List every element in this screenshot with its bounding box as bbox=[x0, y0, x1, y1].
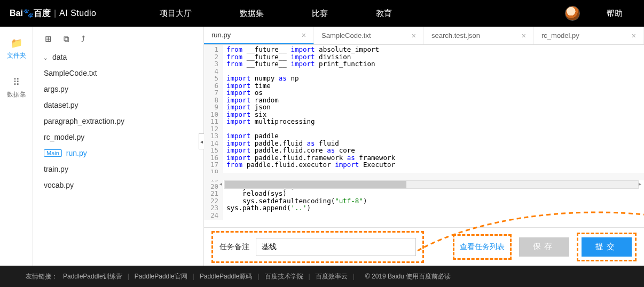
sidebar-toolbar: ⊞ ⧉ ⤴ bbox=[33, 27, 203, 49]
folder-data[interactable]: data bbox=[36, 49, 200, 65]
workspace: 📁 文件夹 ⠿ 数据集 ⊞ ⧉ ⤴ data SampleCode.txt ar… bbox=[0, 27, 644, 266]
nav-education[interactable]: 教育 bbox=[376, 9, 392, 19]
scrollbar-thumb[interactable] bbox=[225, 181, 406, 188]
editor-area: ◂ run.py× SampleCode.txt× search.test.js… bbox=[204, 27, 644, 266]
line-gutter: 123456789101112131415161718192021222324 bbox=[204, 45, 223, 220]
horizontal-scrollbar[interactable] bbox=[224, 180, 639, 189]
top-bar: Bai🐾百度 | AI Studio 项目大厅 数据集 比赛 教育 帮助 bbox=[0, 0, 644, 27]
close-icon[interactable]: × bbox=[302, 31, 306, 39]
new-file-icon[interactable]: ⊞ bbox=[45, 34, 52, 44]
view-tasks-link[interactable]: 查看任务列表 bbox=[460, 242, 505, 251]
gutter-line-24 bbox=[204, 173, 644, 180]
collapse-sidebar-handle[interactable]: ◂ bbox=[199, 133, 204, 149]
file-item-main[interactable]: Main run.py bbox=[36, 145, 200, 161]
main-file-name: run.py bbox=[66, 149, 87, 157]
submit-highlight: 提交 bbox=[577, 233, 637, 261]
rail-files-label: 文件夹 bbox=[7, 51, 26, 60]
view-tasks-group: 查看任务列表 bbox=[453, 234, 512, 260]
user-avatar[interactable] bbox=[565, 6, 580, 21]
rail-files[interactable]: 📁 文件夹 bbox=[7, 37, 26, 60]
remark-group: 任务备注 bbox=[211, 231, 424, 263]
footer-link[interactable]: 百度技术学院 bbox=[265, 272, 303, 281]
file-item[interactable]: vocab.py bbox=[36, 177, 200, 193]
file-item[interactable]: paragraph_extraction.py bbox=[36, 113, 200, 129]
dataset-icon: ⠿ bbox=[7, 76, 26, 88]
footer-copyright: © 2019 Baidu 使用百度前必读 bbox=[365, 272, 451, 281]
file-sidebar: ⊞ ⧉ ⤴ data SampleCode.txt args.py datase… bbox=[33, 27, 204, 266]
file-item[interactable]: dataset.py bbox=[36, 97, 200, 113]
file-item[interactable]: SampleCode.txt bbox=[36, 65, 200, 81]
tab-run[interactable]: run.py× bbox=[204, 27, 314, 44]
save-button[interactable]: 保存 bbox=[519, 237, 569, 257]
close-icon[interactable]: × bbox=[412, 31, 416, 40]
close-icon[interactable]: × bbox=[522, 31, 526, 40]
source-code[interactable]: from __future__ import absolute_importfr… bbox=[223, 45, 398, 220]
upload-icon[interactable]: ⤴ bbox=[81, 34, 85, 44]
tab-rcmodel[interactable]: rc_model.py× bbox=[534, 27, 644, 44]
footer-label: 友情链接： bbox=[26, 272, 58, 281]
logo-mark: Bai🐾百度 bbox=[10, 8, 51, 19]
footer-link[interactable]: PaddlePaddle源码 bbox=[200, 272, 253, 281]
footer-link[interactable]: PaddlePaddle官网 bbox=[135, 272, 187, 281]
submit-button[interactable]: 提交 bbox=[582, 237, 632, 257]
editor-tabs: run.py× SampleCode.txt× search.test.json… bbox=[204, 27, 644, 45]
file-tree: data SampleCode.txt args.py dataset.py p… bbox=[33, 49, 203, 196]
nav-projects[interactable]: 项目大厅 bbox=[160, 9, 192, 19]
file-item[interactable]: rc_model.py bbox=[36, 129, 200, 145]
code-viewport[interactable]: 123456789101112131415161718192021222324 … bbox=[204, 45, 644, 227]
main-nav: 项目大厅 数据集 比赛 教育 bbox=[160, 9, 392, 19]
main-badge: Main bbox=[44, 149, 62, 157]
logo-separator: | bbox=[54, 9, 56, 18]
remark-input[interactable] bbox=[256, 238, 416, 256]
logo-text: AI Studio bbox=[59, 9, 96, 18]
nav-competitions[interactable]: 比赛 bbox=[312, 9, 328, 19]
rail-dataset-label: 数据集 bbox=[7, 90, 26, 99]
logo[interactable]: Bai🐾百度 | AI Studio bbox=[0, 8, 106, 19]
rail-datasets[interactable]: ⠿ 数据集 bbox=[7, 76, 26, 99]
nav-datasets[interactable]: 数据集 bbox=[240, 9, 264, 19]
new-folder-icon[interactable]: ⧉ bbox=[64, 34, 69, 44]
footer: 友情链接： PaddlePaddle训练营| PaddlePaddle官网| P… bbox=[0, 266, 644, 287]
folder-icon: 📁 bbox=[7, 37, 26, 49]
tab-sample[interactable]: SampleCode.txt× bbox=[314, 27, 424, 44]
left-rail: 📁 文件夹 ⠿ 数据集 bbox=[0, 27, 33, 266]
help-link[interactable]: 帮助 bbox=[607, 9, 623, 19]
footer-link[interactable]: PaddlePaddle训练营 bbox=[63, 272, 122, 281]
close-icon[interactable]: × bbox=[632, 31, 636, 40]
footer-link[interactable]: 百度效率云 bbox=[316, 272, 348, 281]
file-item[interactable]: args.py bbox=[36, 81, 200, 97]
remark-label: 任务备注 bbox=[219, 242, 249, 252]
task-bar: 任务备注 查看任务列表 保存 提交 bbox=[204, 227, 644, 266]
file-item[interactable]: train.py bbox=[36, 161, 200, 177]
tab-search[interactable]: search.test.json× bbox=[424, 27, 534, 44]
